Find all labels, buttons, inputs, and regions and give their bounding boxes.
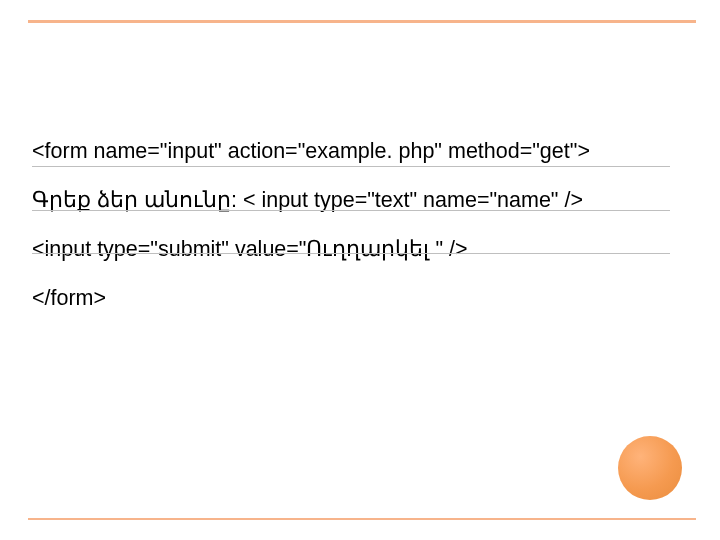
underline-1: [32, 166, 670, 167]
accent-circle-icon: [618, 436, 682, 500]
code-block: <form name="input" action="example. php"…: [32, 138, 672, 334]
underline-3: [32, 253, 670, 254]
code-line-4: </form>: [32, 285, 672, 312]
underline-2: [32, 210, 670, 211]
accent-line-top: [28, 20, 696, 23]
code-line-1: <form name="input" action="example. php"…: [32, 138, 672, 165]
accent-line-bottom: [28, 518, 696, 521]
slide: <form name="input" action="example. php"…: [0, 0, 720, 540]
code-line-3: <input type="submit" value="Ուղղարկել " …: [32, 236, 672, 263]
